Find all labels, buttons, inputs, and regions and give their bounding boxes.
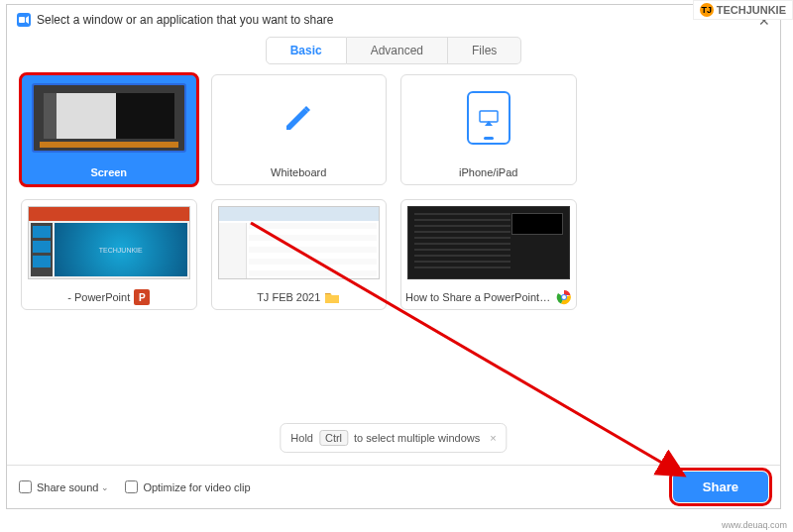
techjunkie-logo-icon: TJ (700, 3, 714, 17)
share-sound-chevron-icon[interactable]: ⌄ (101, 482, 109, 492)
tile-whiteboard-thumbnail (212, 75, 387, 160)
tile-chrome-thumbnail (401, 200, 576, 285)
share-sound-checkbox[interactable]: Share sound ⌄ (19, 480, 109, 493)
optimize-video-checkbox[interactable]: Optimize for video clip (125, 480, 250, 493)
tile-powerpoint[interactable]: TECHJUNKIE - PowerPoint P (21, 199, 197, 310)
tile-iphone-label: iPhone/iPad (401, 160, 576, 184)
tab-advanced[interactable]: Advanced (347, 37, 448, 64)
tile-screen[interactable]: Screen (21, 74, 197, 185)
tile-powerpoint-label: - PowerPoint (67, 291, 130, 303)
grid-empty-cell (591, 74, 767, 185)
svg-point-4 (562, 295, 566, 299)
optimize-video-input[interactable] (125, 480, 138, 493)
share-sound-input[interactable] (19, 480, 32, 493)
multi-select-hint: Hold Ctrl to select multiple windows × (280, 423, 507, 453)
tile-powerpoint-label-row: - PowerPoint P (22, 285, 196, 309)
techjunkie-watermark: TJ TECHJUNKIE (693, 0, 793, 20)
airplay-device-icon (467, 91, 510, 145)
tile-whiteboard-label: Whiteboard (212, 160, 387, 184)
svg-rect-1 (480, 111, 498, 122)
techjunkie-brand-text: TECHJUNKIE (717, 4, 786, 16)
hint-key: Ctrl (319, 430, 348, 446)
tile-iphone-thumbnail (401, 75, 576, 160)
share-sources-grid: Screen Whiteboard iPhone/iPad (7, 74, 780, 310)
powerpoint-app-icon: P (134, 289, 150, 305)
desktop-preview-icon (32, 83, 186, 153)
dialog-title: Select a window or an application that y… (37, 13, 334, 27)
tile-explorer-label: TJ FEB 2021 (257, 291, 320, 303)
share-dialog: Select a window or an application that y… (6, 4, 781, 509)
tile-screen-thumbnail (22, 75, 196, 160)
tile-whiteboard[interactable]: Whiteboard (211, 74, 388, 185)
share-button[interactable]: Share (673, 472, 768, 502)
dialog-header: Select a window or an application that y… (7, 5, 780, 31)
tab-files[interactable]: Files (448, 37, 521, 64)
explorer-window-preview (218, 206, 381, 279)
share-sound-label: Share sound (37, 481, 98, 493)
tile-file-explorer[interactable]: TJ FEB 2021 (211, 199, 388, 310)
tile-chrome-label: How to Share a PowerPoint Prese... (405, 291, 552, 303)
tile-powerpoint-thumbnail: TECHJUNKIE (22, 200, 196, 285)
svg-rect-0 (19, 17, 25, 23)
dialog-footer: Share sound ⌄ Optimize for video clip Sh… (7, 465, 780, 508)
hint-suffix: to select multiple windows (354, 432, 480, 444)
tile-chrome[interactable]: How to Share a PowerPoint Prese... (400, 199, 577, 310)
tile-explorer-thumbnail (212, 200, 387, 285)
grid-empty-cell-2 (591, 199, 767, 310)
tile-explorer-label-row: TJ FEB 2021 (212, 285, 387, 309)
source-url-watermark: www.deuaq.com (722, 520, 787, 530)
zoom-app-icon (17, 13, 31, 27)
tab-basic[interactable]: Basic (266, 37, 347, 64)
pencil-icon (277, 96, 320, 140)
folder-icon (324, 289, 340, 305)
share-tabs: Basic Advanced Files (7, 37, 780, 64)
hint-prefix: Hold (290, 432, 313, 444)
chrome-window-preview (407, 206, 570, 279)
powerpoint-window-preview: TECHJUNKIE (28, 206, 190, 279)
chrome-app-icon (556, 289, 572, 305)
tile-screen-label: Screen (22, 160, 196, 184)
optimize-video-label: Optimize for video clip (143, 481, 250, 493)
tile-chrome-label-row: How to Share a PowerPoint Prese... (401, 285, 576, 309)
tile-iphone-ipad[interactable]: iPhone/iPad (400, 74, 577, 185)
hint-close-icon[interactable]: × (490, 432, 496, 444)
